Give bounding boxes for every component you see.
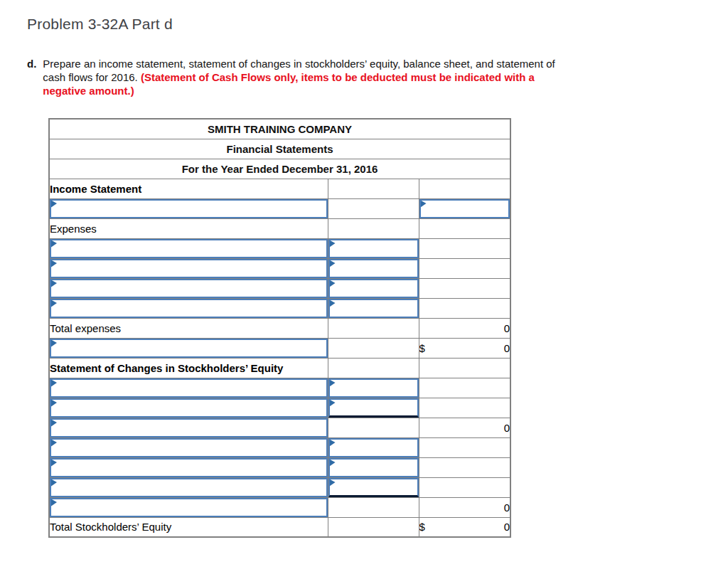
- input-flag-icon: [51, 240, 57, 248]
- currency-symbol: $: [419, 521, 425, 533]
- row-label-cell: Total Stockholders’ Equity: [49, 517, 328, 537]
- answer-input[interactable]: [50, 199, 328, 218]
- answer-input[interactable]: [50, 378, 328, 398]
- empty-cell: [328, 497, 419, 517]
- table-row: [49, 238, 510, 258]
- problem-page: Problem 3-32A Part d d. Prepare an incom…: [0, 0, 728, 584]
- input-cell: [328, 298, 419, 318]
- calculated-value-cell: 0: [419, 418, 510, 437]
- table-row: [49, 437, 510, 457]
- input-flag-icon: [51, 400, 57, 407]
- answer-input[interactable]: [50, 418, 328, 437]
- answer-input[interactable]: [328, 279, 419, 298]
- input-flag-icon: [51, 380, 57, 387]
- empty-cell: [328, 198, 419, 218]
- input-flag-icon: [330, 400, 336, 407]
- table-row: 0: [49, 497, 510, 517]
- input-flag-icon: [330, 460, 336, 467]
- input-cell: [49, 278, 328, 298]
- empty-cell: [328, 418, 419, 437]
- answer-input[interactable]: [328, 239, 419, 258]
- table-row: $0: [49, 338, 510, 358]
- instruction-text: Prepare an income statement, statement o…: [43, 57, 573, 97]
- answer-input[interactable]: [50, 398, 328, 418]
- answer-input[interactable]: [328, 458, 419, 477]
- table-row: Income Statement: [49, 179, 510, 198]
- empty-cell: [419, 378, 510, 398]
- statement-header-cell: SMITH TRAINING COMPANY: [49, 119, 510, 139]
- input-cell: [49, 477, 328, 497]
- answer-input[interactable]: [50, 259, 328, 278]
- input-cell: [328, 457, 419, 477]
- table-row: 0: [49, 418, 510, 437]
- empty-cell: [419, 179, 510, 198]
- answer-input[interactable]: [50, 498, 328, 517]
- input-cell: [49, 298, 328, 318]
- input-flag-icon: [51, 280, 57, 287]
- input-cell: [49, 238, 328, 258]
- input-flag-icon: [51, 499, 57, 506]
- input-cell: [328, 437, 419, 457]
- table-row: [49, 298, 510, 318]
- table-row: Total expenses0: [49, 318, 510, 338]
- total-value-cell: $0: [419, 517, 510, 537]
- input-flag-icon: [51, 460, 57, 467]
- input-flag-icon: [330, 440, 336, 447]
- empty-cell: [419, 298, 510, 318]
- answer-input[interactable]: [328, 478, 419, 497]
- answer-input[interactable]: [50, 279, 328, 298]
- total-amount: 0: [504, 521, 510, 533]
- input-cell: [49, 418, 328, 437]
- row-label-cell: Income Statement: [49, 179, 328, 198]
- empty-cell: [419, 477, 510, 497]
- calculated-value-cell: 0: [419, 497, 510, 517]
- answer-input[interactable]: [50, 438, 328, 457]
- input-flag-icon: [51, 479, 57, 487]
- input-cell: [328, 278, 419, 298]
- input-flag-icon: [51, 440, 57, 447]
- input-cell: [49, 457, 328, 477]
- input-flag-icon: [51, 260, 57, 267]
- input-flag-icon: [51, 300, 57, 307]
- answer-input[interactable]: [328, 438, 419, 457]
- empty-cell: [328, 358, 419, 378]
- answer-input[interactable]: [50, 478, 328, 497]
- row-label-cell: Statement of Changes in Stockholders’ Eq…: [49, 358, 328, 378]
- table-row: [49, 378, 510, 398]
- input-cell: [328, 477, 419, 497]
- input-flag-icon: [330, 300, 336, 307]
- table-row: [49, 278, 510, 298]
- currency-symbol: $: [419, 342, 425, 354]
- input-cell: [49, 258, 328, 278]
- table-row: [49, 398, 510, 418]
- answer-input[interactable]: [50, 239, 328, 258]
- answer-input[interactable]: [50, 299, 328, 318]
- financial-statements-table: SMITH TRAINING COMPANYFinancial Statemen…: [48, 118, 511, 538]
- input-flag-icon: [51, 420, 57, 427]
- answer-input[interactable]: [328, 378, 419, 398]
- input-flag-icon: [421, 201, 427, 208]
- answer-input[interactable]: [328, 299, 419, 318]
- empty-cell: [328, 318, 419, 338]
- input-cell: [49, 437, 328, 457]
- empty-cell: [419, 437, 510, 457]
- answer-input[interactable]: [50, 458, 328, 477]
- table-row: [49, 198, 510, 218]
- empty-cell: [419, 278, 510, 298]
- answer-input[interactable]: [50, 339, 328, 358]
- table-row: [49, 258, 510, 278]
- input-cell: [49, 398, 328, 418]
- empty-cell: [419, 258, 510, 278]
- input-cell: [419, 198, 510, 218]
- instruction-item-label: d.: [27, 57, 36, 70]
- answer-input[interactable]: [419, 199, 510, 218]
- input-cell: [328, 238, 419, 258]
- empty-cell: [419, 457, 510, 477]
- table-row: Total Stockholders’ Equity$0: [49, 517, 510, 537]
- answer-input[interactable]: [328, 398, 419, 418]
- input-flag-icon: [330, 260, 336, 267]
- statement-header-cell: For the Year Ended December 31, 2016: [49, 159, 510, 179]
- table-row: [49, 457, 510, 477]
- answer-input[interactable]: [328, 259, 419, 278]
- total-amount: 0: [504, 342, 510, 354]
